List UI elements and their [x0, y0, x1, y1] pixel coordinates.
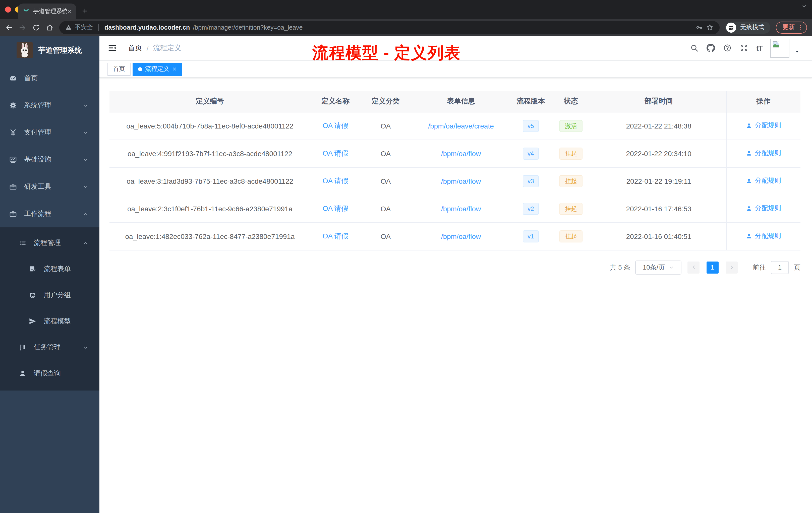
tab-search-chevron-icon[interactable]: [802, 3, 807, 9]
breadcrumb-home[interactable]: 首页: [128, 43, 142, 53]
update-browser-button[interactable]: 更新: [776, 21, 807, 33]
chevron-down-icon: [83, 157, 88, 162]
sidebar-item[interactable]: 基础设施: [0, 146, 99, 173]
breadcrumb-separator: /: [147, 44, 149, 52]
sidebar-item[interactable]: 请假查询: [0, 360, 99, 387]
definition-name-link[interactable]: OA 请假: [323, 204, 348, 212]
home-icon[interactable]: [46, 23, 54, 31]
sidebar-item[interactable]: 首页: [0, 65, 99, 92]
assign-rule-link[interactable]: 分配规则: [746, 121, 781, 130]
user-icon: [746, 233, 753, 239]
search-icon[interactable]: [690, 44, 698, 52]
new-tab-button[interactable]: [81, 7, 88, 14]
chevron-right-icon: [729, 265, 734, 270]
definition-name-link[interactable]: OA 请假: [323, 232, 348, 240]
definition-name-link[interactable]: OA 请假: [323, 149, 348, 157]
close-window-button[interactable]: [5, 6, 11, 12]
prev-page-button[interactable]: [688, 261, 699, 273]
definition-category: OA: [381, 149, 391, 157]
form-info-link[interactable]: /bpm/oa/flow: [441, 232, 481, 240]
help-icon[interactable]: [723, 44, 732, 52]
status-badge: 挂起: [559, 147, 582, 159]
user-icon: [746, 178, 753, 184]
assign-rule-link[interactable]: 分配规则: [746, 176, 781, 185]
app-title: 芋道管理系统: [38, 46, 82, 55]
bookmark-star-icon[interactable]: [706, 24, 714, 31]
not-secure-warning-icon[interactable]: [65, 24, 72, 31]
sidebar-item[interactable]: 任务管理: [0, 334, 99, 360]
user-avatar[interactable]: [770, 38, 789, 58]
table-row: oa_leave:1:482ec033-762a-11ec-8477-a2380…: [110, 222, 801, 250]
tag[interactable]: 首页: [108, 62, 130, 76]
monitor-icon: [9, 156, 17, 163]
form-info-link[interactable]: /bpm/oa/flow: [441, 149, 481, 157]
back-icon[interactable]: [5, 23, 13, 31]
deploy-time: 2022-01-22 20:34:10: [626, 149, 692, 157]
tree-icon: [19, 343, 27, 351]
definition-category: OA: [381, 205, 391, 213]
address-bar[interactable]: 不安全 dashboard.yudao.iocoder.cn/bpm/manag…: [59, 21, 720, 34]
column-header: 定义分类: [360, 91, 411, 112]
chevron-up-icon: [83, 211, 88, 217]
app-logo[interactable]: 芋道管理系统: [0, 36, 99, 65]
user-icon: [19, 369, 27, 378]
avatar-caret-down-icon[interactable]: [794, 49, 800, 54]
definition-category: OA: [381, 122, 391, 130]
definition-name-link[interactable]: OA 请假: [323, 121, 348, 129]
url-host: dashboard.yudao.iocoder.cn: [105, 24, 190, 31]
definition-id: oa_leave:4:991f2193-7b7f-11ec-a3c8-acde4…: [127, 149, 292, 157]
sidebar: 芋道管理系统 首页 系统管理 支付管理 基础设施 研发工具 工作流程 流程管理 …: [0, 36, 99, 513]
tag-close-icon[interactable]: [172, 67, 177, 71]
sidebar-item[interactable]: 研发工具: [0, 173, 99, 200]
forward-icon[interactable]: [19, 23, 27, 31]
form-info-link[interactable]: /bpm/oa/flow: [441, 177, 481, 185]
active-dot: [138, 67, 142, 71]
sidebar-item[interactable]: 支付管理: [0, 119, 99, 146]
browser-tab[interactable]: 芋道管理系统: [18, 3, 76, 19]
user-icon: [746, 205, 753, 212]
url-path: /bpm/manager/definition?key=oa_leave: [193, 24, 302, 31]
browser-menu-dots-icon[interactable]: [798, 24, 804, 31]
assign-rule-link[interactable]: 分配规则: [746, 149, 781, 158]
form-icon: [29, 265, 37, 273]
paper-plane-icon: [29, 317, 37, 325]
sidebar-collapse-icon[interactable]: [108, 43, 117, 53]
next-page-button[interactable]: [726, 261, 738, 273]
password-key-icon[interactable]: [696, 24, 703, 31]
tab-close-icon[interactable]: [67, 9, 72, 14]
version-badge: v5: [522, 120, 539, 132]
tag[interactable]: 流程定义: [133, 62, 182, 76]
sidebar-item[interactable]: 流程模型: [0, 308, 99, 334]
sidebar-item[interactable]: 工作流程: [0, 200, 99, 228]
table-row: oa_leave:4:991f2193-7b7f-11ec-a3c8-acde4…: [110, 140, 801, 167]
column-header: 定义名称: [310, 91, 360, 112]
definition-id: oa_leave:1:482ec033-762a-11ec-8477-a2380…: [125, 232, 294, 240]
definition-name-link[interactable]: OA 请假: [323, 176, 348, 184]
github-icon[interactable]: [706, 44, 715, 52]
form-info-link[interactable]: /bpm/oa/leave/create: [428, 122, 494, 130]
reload-icon[interactable]: [32, 23, 40, 31]
form-info-link[interactable]: /bpm/oa/flow: [441, 205, 481, 213]
breadcrumb-current: 流程定义: [153, 43, 181, 53]
deploy-time: 2022-01-22 21:48:38: [626, 122, 692, 130]
column-header: 定义编号: [110, 91, 310, 112]
goto-page-input[interactable]: [771, 261, 789, 274]
sidebar-item[interactable]: 系统管理: [0, 92, 99, 119]
page-number-button[interactable]: 1: [706, 261, 719, 273]
assign-rule-link[interactable]: 分配规则: [746, 232, 781, 241]
font-size-icon[interactable]: tT: [756, 44, 762, 52]
column-header: 状态: [550, 91, 591, 112]
assign-rule-link[interactable]: 分配规则: [746, 204, 781, 213]
sidebar-item[interactable]: 用户分组: [0, 282, 99, 308]
goto-label: 前往: [753, 263, 766, 272]
page-size-select[interactable]: 10条/页: [635, 260, 682, 274]
sidebar-item[interactable]: 流程表单: [0, 256, 99, 282]
status-badge: 挂起: [559, 175, 582, 187]
sidebar-item[interactable]: 流程管理: [0, 230, 99, 256]
fullscreen-icon[interactable]: [740, 44, 748, 52]
incognito-icon: [726, 22, 736, 32]
deploy-time: 2022-01-16 17:46:53: [626, 205, 692, 213]
table-row: oa_leave:5:004b710b-7b8a-11ec-8ef0-acde4…: [110, 112, 801, 140]
table-row: oa_leave:3:1fad3d93-7b75-11ec-a3c8-acde4…: [110, 167, 801, 195]
definition-id: oa_leave:5:004b710b-7b8a-11ec-8ef0-acde4…: [126, 122, 293, 130]
